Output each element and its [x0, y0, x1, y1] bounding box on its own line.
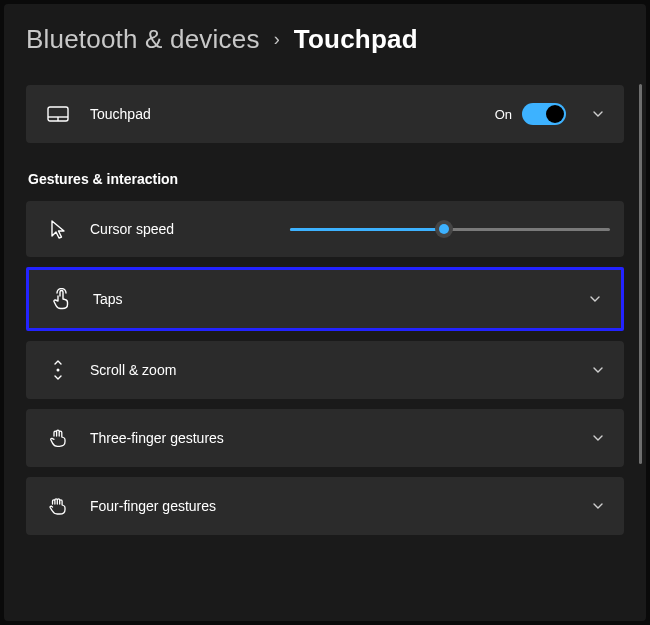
four-finger-icon: [44, 495, 72, 517]
slider-thumb-inner: [439, 224, 449, 234]
touchpad-status-label: On: [495, 107, 512, 122]
scroll-zoom-label: Scroll & zoom: [90, 362, 582, 378]
toggle-knob: [546, 105, 564, 123]
touchpad-toggle-group: On: [495, 103, 566, 125]
cursor-icon: [44, 219, 72, 239]
chevron-down-icon[interactable]: [590, 362, 606, 378]
tap-icon: [47, 288, 75, 310]
taps-card[interactable]: Taps: [26, 267, 624, 331]
four-finger-card[interactable]: Four-finger gestures: [26, 477, 624, 535]
four-finger-label: Four-finger gestures: [90, 498, 582, 514]
touchpad-toggle[interactable]: [522, 103, 566, 125]
three-finger-label: Three-finger gestures: [90, 430, 582, 446]
scrollbar[interactable]: [639, 84, 642, 464]
cursor-speed-slider[interactable]: [290, 219, 610, 239]
touchpad-card[interactable]: Touchpad On: [26, 85, 624, 143]
three-finger-icon: [44, 427, 72, 449]
breadcrumb-parent[interactable]: Bluetooth & devices: [26, 24, 260, 55]
chevron-down-icon[interactable]: [590, 430, 606, 446]
page-title: Touchpad: [294, 24, 418, 55]
touchpad-label: Touchpad: [90, 106, 495, 122]
chevron-down-icon[interactable]: [587, 291, 603, 307]
taps-label: Taps: [93, 291, 579, 307]
cursor-speed-card: Cursor speed: [26, 201, 624, 257]
breadcrumb: Bluetooth & devices › Touchpad: [26, 24, 624, 55]
cursor-speed-label: Cursor speed: [90, 221, 290, 237]
chevron-down-icon[interactable]: [590, 106, 606, 122]
slider-thumb[interactable]: [435, 220, 453, 238]
touchpad-icon: [44, 106, 72, 122]
chevron-down-icon[interactable]: [590, 498, 606, 514]
slider-track-filled: [290, 228, 444, 231]
settings-page: Bluetooth & devices › Touchpad Touchpad …: [4, 4, 646, 621]
section-header: Gestures & interaction: [28, 171, 624, 187]
chevron-right-icon: ›: [274, 29, 280, 50]
scroll-zoom-card[interactable]: Scroll & zoom: [26, 341, 624, 399]
svg-point-3: [57, 369, 60, 372]
three-finger-card[interactable]: Three-finger gestures: [26, 409, 624, 467]
scroll-zoom-icon: [44, 359, 72, 381]
